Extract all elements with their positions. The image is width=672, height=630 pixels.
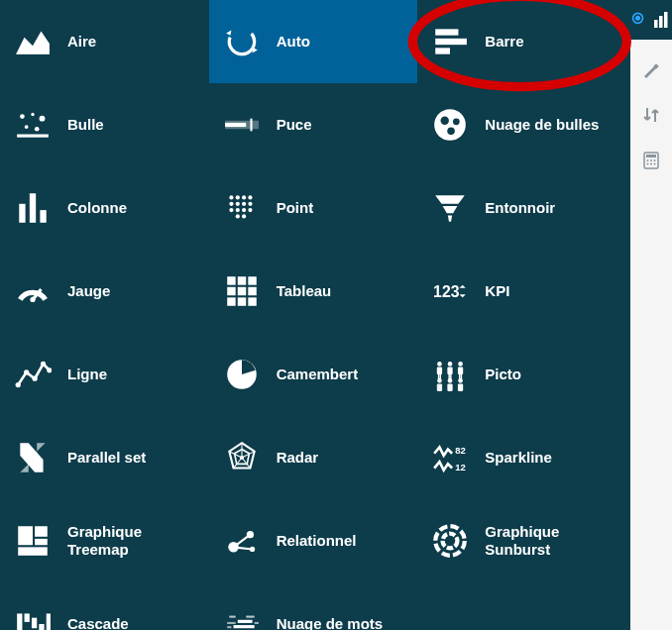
chart-option-label: Parallel set: [67, 449, 146, 467]
auto-icon: [221, 21, 263, 62]
chart-option-label: Sparkline: [485, 449, 552, 467]
line-icon: [12, 354, 54, 395]
grid-icon: [221, 270, 263, 312]
sort-rail-icon[interactable]: [641, 105, 661, 125]
chart-option-label: Graphique Sunburst: [485, 523, 615, 559]
chart-option-label: Nuage de mots: [277, 615, 384, 630]
svg-point-119: [635, 16, 640, 21]
chart-option-label: Point: [277, 199, 314, 217]
chart-option-nuage-mots[interactable]: Nuage de mots: [209, 582, 418, 630]
chart-option-camembert[interactable]: Camembert: [209, 333, 418, 416]
chart-option-point[interactable]: Point: [209, 166, 418, 250]
chart-option-treemap[interactable]: Graphique Treemap: [0, 499, 209, 582]
relational-icon: [221, 520, 263, 562]
area-icon: [12, 21, 54, 62]
chart-option-label: Jauge: [67, 282, 110, 300]
chart-option-nuage-bulles[interactable]: Nuage de bulles: [417, 83, 626, 166]
chart-option-kpi[interactable]: KPI: [417, 250, 626, 333]
chart-type-grid: AireAutoBarreBullePuceNuage de bullesCol…: [0, 0, 630, 630]
bar-icon: [429, 21, 471, 62]
chart-option-label: Graphique Treemap: [67, 523, 197, 559]
chart-option-label: Tableau: [277, 282, 332, 300]
parallel-set-icon: [12, 437, 54, 478]
chart-rail-icon[interactable]: [652, 10, 672, 30]
brush-rail-icon[interactable]: [641, 59, 661, 79]
chart-option-bulle[interactable]: Bulle: [0, 83, 209, 166]
chart-option-tableau[interactable]: Tableau: [209, 250, 418, 333]
chart-option-label: Auto: [277, 33, 310, 51]
chart-option-label: Barre: [485, 33, 523, 51]
wordcloud-icon: [221, 603, 263, 630]
chart-option-label: KPI: [485, 282, 509, 300]
pie-icon: [221, 354, 263, 395]
gauge-icon: [12, 270, 54, 312]
chart-option-aire[interactable]: Aire: [0, 0, 209, 83]
chart-option-label: Nuage de bulles: [485, 116, 599, 134]
calculator-rail-icon[interactable]: [641, 151, 661, 170]
chart-option-label: Entonnoir: [485, 199, 555, 217]
dot-icon: [221, 187, 263, 229]
chart-option-label: Picto: [485, 366, 521, 383]
chart-option-radar[interactable]: Radar: [209, 416, 418, 499]
picto-icon: [429, 354, 471, 395]
treemap-icon: [12, 520, 54, 562]
chart-option-puce[interactable]: Puce: [209, 83, 418, 166]
radar-icon: [221, 437, 263, 478]
chart-option-auto[interactable]: Auto: [209, 0, 418, 83]
chart-option-label: Ligne: [67, 366, 107, 383]
chart-option-label: Relationnel: [277, 532, 357, 550]
chart-option-label: Camembert: [277, 366, 359, 383]
right-side-rail: [630, 0, 672, 630]
waterfall-icon: [12, 603, 54, 630]
chart-option-sparkline[interactable]: Sparkline: [417, 416, 626, 499]
rail-top-indicator: [630, 0, 672, 40]
chart-option-label: Radar: [277, 449, 319, 467]
chart-option-label: Cascade: [67, 615, 129, 630]
bullet-icon: [221, 104, 263, 146]
column-icon: [12, 187, 54, 229]
chart-option-label: Aire: [67, 33, 96, 51]
kpi-icon: [429, 270, 471, 312]
chart-option-picto[interactable]: Picto: [417, 333, 626, 416]
sparkline-icon: [429, 437, 471, 478]
chart-option-parallel-set[interactable]: Parallel set: [0, 416, 209, 499]
chart-option-entonnoir[interactable]: Entonnoir: [417, 166, 626, 250]
chart-option-cascade[interactable]: Cascade: [0, 582, 209, 630]
chart-option-label: Bulle: [67, 116, 104, 134]
chart-option-relationnel[interactable]: Relationnel: [209, 499, 418, 582]
chart-option-sunburst[interactable]: Graphique Sunburst: [417, 499, 626, 582]
chart-option-colonne[interactable]: Colonne: [0, 166, 209, 250]
bubble-icon: [12, 104, 54, 146]
sunburst-icon: [429, 520, 471, 562]
chart-option-jauge[interactable]: Jauge: [0, 250, 209, 333]
chart-option-barre[interactable]: Barre: [417, 0, 626, 83]
chart-option-label: Colonne: [67, 199, 127, 217]
chart-option-ligne[interactable]: Ligne: [0, 333, 209, 416]
funnel-icon: [429, 187, 471, 229]
chart-option-label: Puce: [277, 116, 312, 134]
packed-bubble-icon: [429, 104, 471, 146]
